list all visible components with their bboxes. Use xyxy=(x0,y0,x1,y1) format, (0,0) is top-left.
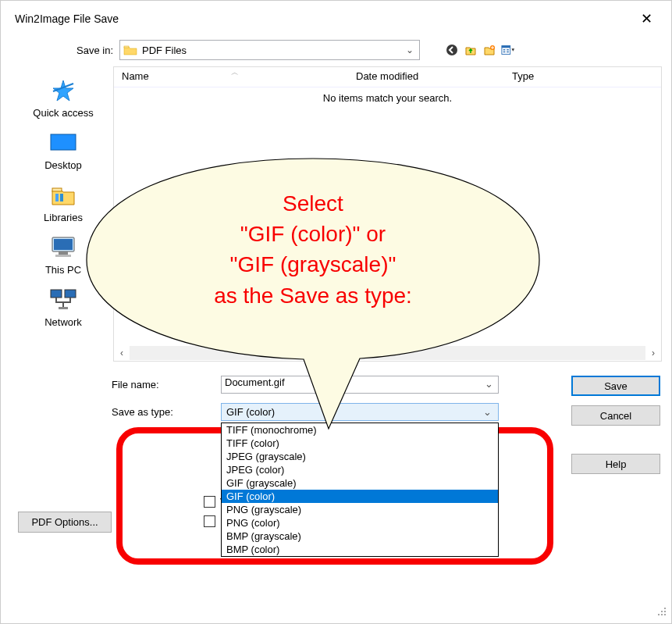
dropdown-option[interactable]: JPEG (grayscale) xyxy=(222,450,498,463)
svg-rect-17 xyxy=(55,255,71,257)
svg-point-22 xyxy=(661,611,663,612)
save-as-type-dropdown[interactable]: TIFF (monochrome)TIFF (color)JPEG (grays… xyxy=(221,423,499,557)
quick-access-icon xyxy=(13,76,113,105)
place-this-pc[interactable]: This PC xyxy=(13,233,113,276)
save-as-type-label: Save as type: xyxy=(112,406,221,418)
svg-rect-12 xyxy=(55,194,59,201)
svg-rect-16 xyxy=(59,251,68,255)
column-date[interactable]: Date modified xyxy=(356,70,512,82)
help-button[interactable]: Help xyxy=(571,454,660,474)
up-folder-icon[interactable] xyxy=(464,43,478,57)
svg-rect-4 xyxy=(502,46,510,48)
place-desktop[interactable]: Desktop xyxy=(13,128,113,171)
svg-rect-7 xyxy=(507,49,509,50)
place-label: This PC xyxy=(13,264,113,276)
svg-rect-13 xyxy=(60,194,63,201)
resize-grip-icon[interactable] xyxy=(656,605,667,619)
cancel-button[interactable]: Cancel xyxy=(571,405,660,426)
chevron-down-icon: ⌄ xyxy=(404,45,416,55)
svg-rect-8 xyxy=(507,52,509,52)
file-name-input[interactable]: Document.gif ⌄ xyxy=(221,376,499,394)
save-in-value: PDF Files xyxy=(142,45,404,56)
close-button[interactable]: ✕ xyxy=(631,8,662,30)
place-quick-access[interactable]: Quick access xyxy=(13,76,113,119)
svg-point-23 xyxy=(664,611,666,612)
svg-rect-6 xyxy=(503,52,506,52)
svg-point-1 xyxy=(446,45,457,55)
folder-icon xyxy=(123,45,137,55)
dropdown-option[interactable]: GIF (grayscale) xyxy=(222,476,498,490)
scroll-track[interactable] xyxy=(130,346,645,360)
svg-rect-11 xyxy=(52,188,62,191)
chevron-down-icon: ⌄ xyxy=(482,378,495,390)
file-listing[interactable]: Name ︿ Date modified Type No items match… xyxy=(113,66,662,362)
save-as-type-combo[interactable]: GIF (color) ⌄ xyxy=(221,403,499,421)
save-as-type-row: Save as type: GIF (color) ⌄ xyxy=(112,403,559,421)
place-label: Quick access xyxy=(13,107,113,119)
file-name-label: File name: xyxy=(112,379,221,390)
empty-message: No items match your search. xyxy=(114,92,661,104)
dialog-buttons: Save Cancel Help xyxy=(571,376,660,527)
svg-rect-15 xyxy=(54,239,73,250)
lower-panel: File name: Document.gif ⌄ Save as type: … xyxy=(1,362,671,527)
back-icon[interactable] xyxy=(445,43,459,57)
dropdown-option[interactable]: BMP (color) xyxy=(222,543,498,556)
horizontal-scrollbar[interactable]: ‹ › xyxy=(114,345,661,361)
dropdown-option[interactable]: GIF (color) xyxy=(222,490,498,503)
place-libraries[interactable]: Libraries xyxy=(13,180,113,223)
svg-rect-19 xyxy=(65,290,76,298)
close-icon: ✕ xyxy=(641,11,652,27)
libraries-icon xyxy=(13,180,113,210)
scroll-left-icon[interactable]: ‹ xyxy=(114,345,130,361)
save-in-combo[interactable]: PDF Files ⌄ xyxy=(119,40,420,60)
places-bar: Quick access Desktop Libraries This PC N… xyxy=(13,66,113,362)
network-icon xyxy=(13,285,113,315)
svg-point-21 xyxy=(664,608,666,609)
svg-rect-5 xyxy=(503,49,506,50)
svg-point-25 xyxy=(661,614,663,615)
body-row: Quick access Desktop Libraries This PC N… xyxy=(1,65,671,362)
dropdown-option[interactable]: TIFF (monochrome) xyxy=(222,423,498,437)
pdf-options-area: PDF Options... xyxy=(18,512,112,533)
column-type[interactable]: Type xyxy=(512,70,661,82)
dropdown-option[interactable]: JPEG (color) xyxy=(222,463,498,476)
desktop-icon xyxy=(13,128,113,158)
dropdown-option[interactable]: TIFF (color) xyxy=(222,437,498,450)
column-name[interactable]: Name ︿ xyxy=(122,70,356,82)
title-bar: Win2Image File Save ✕ xyxy=(1,1,671,32)
place-label: Desktop xyxy=(13,159,113,171)
toolbar-icons xyxy=(445,43,515,57)
place-label: Libraries xyxy=(13,212,113,223)
save-button[interactable]: Save xyxy=(571,376,660,396)
svg-point-24 xyxy=(658,614,660,615)
dropdown-option[interactable]: PNG (grayscale) xyxy=(222,503,498,516)
checkbox-icon[interactable] xyxy=(204,496,215,508)
svg-rect-20 xyxy=(59,307,68,309)
view-menu-icon[interactable] xyxy=(501,43,515,57)
window-title: Win2Image File Save xyxy=(15,12,119,25)
place-network[interactable]: Network xyxy=(13,285,113,328)
new-folder-icon[interactable] xyxy=(482,43,496,57)
svg-point-26 xyxy=(664,614,666,615)
this-pc-icon xyxy=(13,233,113,262)
save-in-row: Save in: PDF Files ⌄ xyxy=(1,32,671,65)
dropdown-option[interactable]: BMP (grayscale) xyxy=(222,530,498,543)
dropdown-option[interactable]: PNG (color) xyxy=(222,516,498,530)
sort-up-icon: ︿ xyxy=(231,67,239,78)
file-name-row: File name: Document.gif ⌄ xyxy=(112,376,559,394)
svg-rect-0 xyxy=(124,46,129,48)
pdf-options-button[interactable]: PDF Options... xyxy=(18,512,112,533)
save-in-label: Save in: xyxy=(1,45,119,56)
checkbox-icon[interactable] xyxy=(204,515,215,527)
svg-rect-9 xyxy=(51,134,76,150)
column-headers: Name ︿ Date modified Type xyxy=(114,67,661,87)
place-label: Network xyxy=(13,316,113,328)
fields-area: File name: Document.gif ⌄ Save as type: … xyxy=(112,376,559,527)
scroll-right-icon[interactable]: › xyxy=(645,345,661,361)
chevron-down-icon: ⌄ xyxy=(481,406,493,418)
svg-rect-18 xyxy=(51,290,62,298)
